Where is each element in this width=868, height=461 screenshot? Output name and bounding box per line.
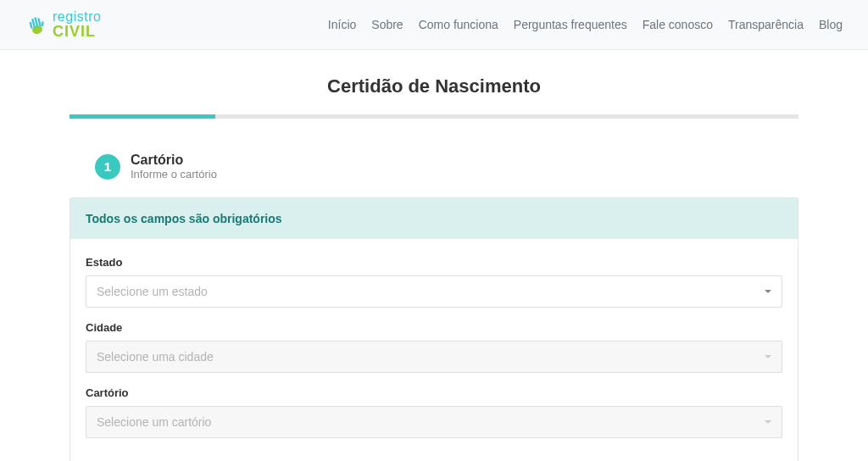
step-number-badge: 1 [95, 154, 120, 180]
field-group-estado: Estado Selecione um estado [86, 256, 782, 308]
chevron-down-icon [765, 355, 771, 358]
cartorio-label: Cartório [86, 386, 782, 399]
nav-transparencia[interactable]: Transparência [728, 18, 804, 31]
panel-body: Estado Selecione um estado Cidade Seleci… [70, 239, 798, 461]
svg-rect-5 [41, 21, 43, 26]
logo-text: registro CIVIL [53, 10, 101, 39]
logo-text-bottom: CIVIL [53, 24, 101, 39]
step-subtitle: Informe o cartório [131, 168, 217, 181]
nav-como-funciona[interactable]: Como funciona [419, 18, 498, 31]
step-header: 1 Cartório Informe o cartório [70, 153, 798, 181]
nav-sobre[interactable]: Sobre [371, 18, 403, 31]
nav-perguntas-frequentes[interactable]: Perguntas frequentes [514, 18, 627, 31]
main-nav: Início Sobre Como funciona Perguntas fre… [328, 18, 843, 31]
progress-bar [70, 114, 798, 119]
page-title: Certidão de Nascimento [70, 75, 798, 97]
nav-blog[interactable]: Blog [819, 18, 843, 31]
chevron-down-icon [765, 420, 771, 424]
cidade-placeholder: Selecione uma cidade [97, 350, 214, 364]
field-group-cidade: Cidade Selecione uma cidade [86, 321, 782, 373]
cartorio-select: Selecione um cartório [86, 406, 782, 438]
main-container: Certidão de Nascimento 1 Cartório Inform… [53, 50, 815, 461]
logo-text-top: registro [53, 10, 101, 24]
nav-inicio[interactable]: Início [328, 18, 356, 31]
step-title: Cartório [131, 153, 217, 168]
nav-fale-conosco[interactable]: Fale conosco [643, 18, 713, 31]
estado-placeholder: Selecione um estado [97, 285, 208, 298]
progress-fill [70, 114, 215, 119]
estado-label: Estado [86, 256, 782, 269]
svg-rect-1 [29, 22, 32, 29]
cidade-label: Cidade [86, 321, 782, 334]
logo[interactable]: registro CIVIL [25, 10, 101, 39]
site-header: registro CIVIL Início Sobre Como funcion… [0, 0, 868, 50]
required-notice: Todos os campos são obrigatórios [70, 198, 798, 239]
field-group-cartorio: Cartório Selecione um cartório [86, 386, 782, 438]
hand-icon [25, 13, 49, 36]
step-info: Cartório Informe o cartório [131, 153, 217, 181]
form-panel: Todos os campos são obrigatórios Estado … [70, 197, 798, 461]
cidade-select: Selecione uma cidade [86, 341, 782, 373]
estado-select[interactable]: Selecione um estado [86, 275, 782, 308]
cartorio-placeholder: Selecione um cartório [97, 415, 211, 429]
chevron-down-icon [765, 290, 771, 293]
